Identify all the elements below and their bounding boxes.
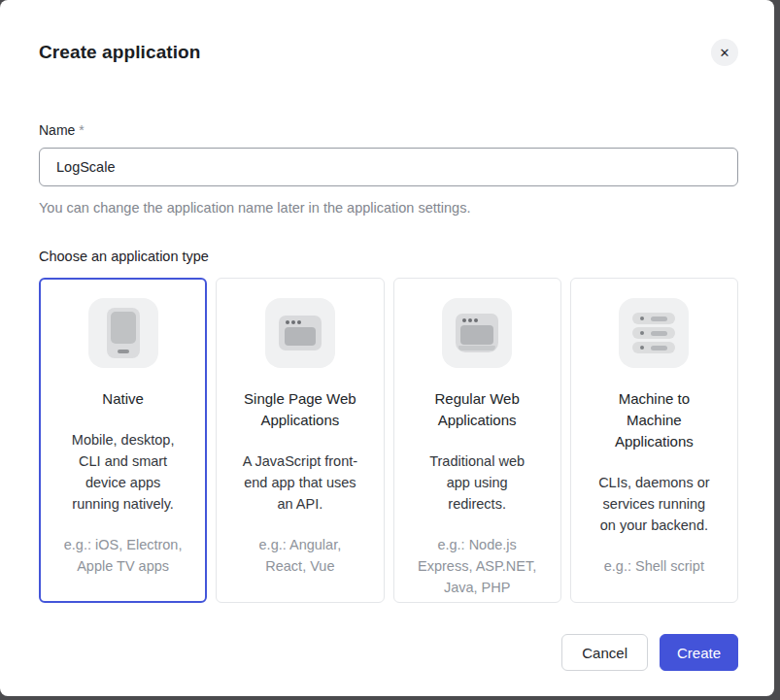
close-icon: ✕ — [720, 47, 730, 59]
card-title: Single Page Web Applications — [244, 388, 356, 431]
server-stack-icon — [619, 298, 689, 368]
card-description: Mobile, desktop, CLI and smart device ap… — [63, 429, 184, 515]
page-title: Create application — [39, 39, 201, 66]
name-field-label: Name * — [39, 120, 738, 140]
phone-icon — [88, 298, 158, 368]
card-title: Regular Web Applications — [421, 388, 533, 431]
dialog-footer: Cancel Create — [39, 634, 738, 671]
close-button[interactable]: ✕ — [711, 39, 738, 66]
card-example: e.g.: Node.js Express, ASP.NET, Java, PH… — [414, 534, 540, 598]
required-marker: * — [79, 122, 84, 138]
card-description: CLIs, daemons or services running on you… — [593, 472, 714, 536]
cancel-button[interactable]: Cancel — [561, 634, 648, 671]
name-helper-text: You can change the application name late… — [39, 198, 738, 217]
card-example: e.g.: iOS, Electron, Apple TV apps — [60, 534, 187, 577]
card-example: e.g.: Angular, React, Vue — [237, 534, 363, 577]
card-title: Machine to Machine Applications — [597, 388, 710, 452]
card-title: Native — [67, 388, 180, 410]
browser-window-icon — [442, 298, 512, 368]
browser-icon — [265, 298, 335, 368]
app-type-card-regular-web[interactable]: Regular Web Applications Traditional web… — [393, 278, 561, 603]
app-type-card-spa[interactable]: Single Page Web Applications A JavaScrip… — [216, 278, 384, 603]
card-description: A JavaScript front-end app that uses an … — [240, 450, 360, 515]
application-type-grid: Native Mobile, desktop, CLI and smart de… — [39, 278, 738, 603]
card-example: e.g.: Shell script — [591, 555, 717, 577]
dialog-header: Create application ✕ — [39, 39, 738, 66]
create-button[interactable]: Create — [660, 634, 738, 671]
create-application-dialog: Create application ✕ Name * You can chan… — [0, 0, 774, 696]
app-type-card-m2m[interactable]: Machine to Machine Applications CLIs, da… — [570, 278, 738, 603]
app-type-card-native[interactable]: Native Mobile, desktop, CLI and smart de… — [39, 278, 207, 603]
application-name-input[interactable] — [39, 148, 738, 186]
application-type-section-label: Choose an application type — [39, 247, 738, 266]
card-description: Traditional web app using redirects. — [417, 450, 537, 515]
